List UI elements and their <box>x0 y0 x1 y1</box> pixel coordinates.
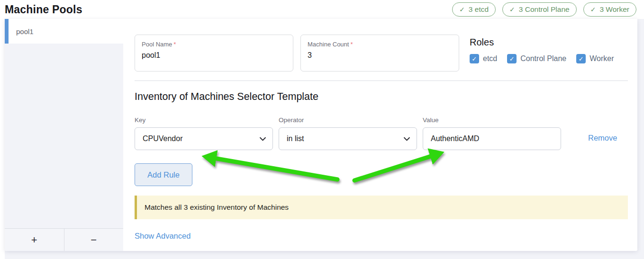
remove-rule-link[interactable]: Remove <box>588 134 617 143</box>
page-title: Machine Pools <box>5 3 82 16</box>
machine-count-field[interactable]: Machine Count* <box>300 35 459 71</box>
match-count-message: Matches all 3 existing Inventory of Mach… <box>145 203 289 212</box>
remove-column: Remove <box>588 116 617 149</box>
badge-worker-count: ✓ 3 Worker <box>583 2 636 17</box>
role-checkbox-worker[interactable]: ✓ Worker <box>576 54 614 63</box>
roles-section: Roles ✓ etcd ✓ Control Plane ✓ <box>470 35 614 63</box>
key-select[interactable]: CPUVendor <box>135 127 273 150</box>
chevron-down-icon <box>404 137 410 141</box>
role-label: etcd <box>483 54 497 63</box>
role-count-badges: ✓ 3 etcd ✓ 3 Control Plane ✓ 3 Worker <box>452 2 636 17</box>
value-column: Value <box>423 116 561 150</box>
required-asterisk: * <box>350 41 353 48</box>
pool-name-label: Pool Name* <box>142 41 286 48</box>
badge-label: 3 etcd <box>469 5 489 14</box>
chevron-down-icon <box>260 137 266 141</box>
pool-name-input[interactable] <box>142 51 286 60</box>
section-divider <box>135 80 628 81</box>
roles-heading: Roles <box>470 37 614 48</box>
badge-label: 3 Worker <box>599 5 629 14</box>
badge-label: 3 Control Plane <box>519 5 570 14</box>
role-checkbox-control-plane[interactable]: ✓ Control Plane <box>507 54 566 63</box>
required-asterisk: * <box>173 41 176 48</box>
check-icon: ✓ <box>459 6 465 13</box>
pool-tabs-sidebar: pool1 + − <box>5 19 123 251</box>
role-label: Worker <box>590 54 614 63</box>
value-column-label: Value <box>423 116 561 124</box>
operator-column-label: Operator <box>279 116 417 124</box>
pool-tab-label: pool1 <box>16 27 34 36</box>
machine-count-input[interactable] <box>308 51 452 60</box>
check-icon: ✓ <box>590 6 596 13</box>
operator-select[interactable]: in list <box>279 127 417 150</box>
machine-pools-card: pool1 + − Pool Name* <box>5 19 637 251</box>
remove-pool-button[interactable]: − <box>64 229 124 251</box>
pool-basics-row: Pool Name* Machine Count* Roles <box>135 35 628 71</box>
key-column-label: Key <box>135 116 273 124</box>
match-count-banner: Matches all 3 existing Inventory of Mach… <box>135 196 628 219</box>
badge-etcd-count: ✓ 3 etcd <box>452 2 496 17</box>
key-select-value: CPUVendor <box>143 134 183 143</box>
checkbox-checked-icon: ✓ <box>507 54 517 63</box>
show-advanced-link[interactable]: Show Advanced <box>135 232 190 241</box>
key-column: Key CPUVendor <box>135 116 273 150</box>
selector-rule-row: Key CPUVendor Operator in list <box>135 116 628 150</box>
value-input[interactable] <box>423 127 561 150</box>
page-header: Machine Pools ✓ 3 etcd ✓ 3 Control Plane… <box>0 0 644 19</box>
checkbox-checked-icon: ✓ <box>470 54 479 63</box>
add-rule-button[interactable]: Add Rule <box>135 163 192 186</box>
pool-tab-pool1[interactable]: pool1 <box>5 19 123 44</box>
workspace-background: pool1 + − Pool Name* <box>0 19 644 259</box>
pool-detail-panel: Pool Name* Machine Count* Roles <box>123 19 637 251</box>
add-pool-button[interactable]: + <box>5 229 64 251</box>
roles-checkbox-row: ✓ etcd ✓ Control Plane ✓ Worker <box>470 54 614 63</box>
machine-pools-page: Machine Pools ✓ 3 etcd ✓ 3 Control Plane… <box>0 0 644 259</box>
role-label: Control Plane <box>520 54 566 63</box>
role-checkbox-etcd[interactable]: ✓ etcd <box>470 54 497 63</box>
operator-select-value: in list <box>287 134 304 143</box>
check-icon: ✓ <box>509 6 515 13</box>
pool-name-field[interactable]: Pool Name* <box>135 35 293 71</box>
operator-column: Operator in list <box>279 116 417 150</box>
pool-tab-actions: + − <box>5 228 123 251</box>
badge-control-plane-count: ✓ 3 Control Plane <box>502 2 577 17</box>
selector-template-heading: Inventory of Machines Selector Template <box>135 91 628 103</box>
checkbox-checked-icon: ✓ <box>576 54 586 63</box>
machine-count-label: Machine Count* <box>308 41 452 48</box>
